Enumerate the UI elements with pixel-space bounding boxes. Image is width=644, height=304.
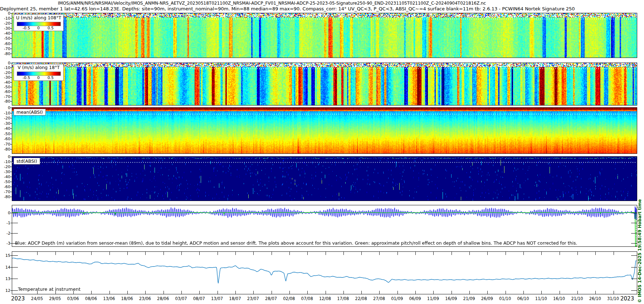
y-tick-mark (10, 187, 12, 187)
y-tick-mark (10, 28, 12, 29)
x-tick-label: 31/10 (607, 296, 619, 301)
panel-mean-absi: mean(ABSI) (12, 107, 637, 154)
x-tick-label: 17/08 (337, 296, 349, 301)
y-tick-mark (10, 63, 12, 63)
depth-tick-label: -40 (0, 174, 10, 179)
x-tick-label: 23/07 (247, 296, 259, 301)
y-tick-mark-inner (631, 255, 637, 256)
y-tick-mark (10, 167, 12, 167)
depth-tick-label: -70 (0, 142, 10, 146)
y-tick-mark (10, 92, 12, 92)
depth-tick-label: 0 (0, 155, 10, 159)
x-tick-label: 24/05 (31, 296, 43, 301)
x-tick-label: 18/07 (229, 296, 241, 301)
panel-u-velocity: U (m/s) along 108°T -0.5 0 0.5 (12, 13, 637, 58)
imos-copyright-stamp: © IMOS 14-Dec-2025 19:58:49 Hobart time (637, 162, 642, 303)
depth-tick-label: -30 (0, 26, 10, 31)
v-legend-title: V (m/s) along 18°T (14, 65, 63, 70)
depth-tick-label: -30 (0, 75, 10, 80)
colorbar-tick-label: -0.5 (23, 26, 30, 30)
x-tick-label: 16/10 (553, 296, 565, 301)
y-tick-mark-inner (631, 279, 637, 279)
y-tick-mark (10, 233, 12, 234)
depth-tick-label: -80 (0, 147, 10, 152)
x-tick-label: 22/08 (355, 296, 367, 301)
y-tick-mark (10, 123, 12, 124)
depth-variation-tick-label: -1 (0, 221, 10, 225)
temperature-tick-label: 13 (0, 276, 10, 281)
depth-variation-tick-label: -3 (0, 241, 10, 245)
x-tick-label: 29/05 (49, 296, 61, 301)
depth-tick-label: -40 (0, 80, 10, 84)
y-tick-mark-inner (631, 290, 637, 291)
colorbar-tick-label: 0 (37, 26, 40, 30)
x-tick-label: 07/08 (301, 296, 313, 301)
y-tick-mark (10, 33, 12, 34)
mean-absi-heatmap (12, 108, 637, 153)
x-tick-label: 11/10 (535, 296, 547, 301)
temperature-label: Temperature at instrument (18, 286, 80, 292)
x-tick-label: 08/07 (193, 296, 205, 301)
x-tick-label: 08/06 (85, 296, 97, 301)
y-tick-mark (10, 172, 12, 172)
y-tick-mark (10, 113, 12, 113)
figure-title-line1: IMOS/ANMN/NRS/NRSMAI/Velocity/IMOS_ANMN-… (0, 1, 544, 6)
x-tick-label: 27/08 (373, 296, 385, 301)
year-label-left: 2023 (11, 295, 25, 302)
x-tick-label: 11/09 (427, 296, 439, 301)
x-tick-label: 01/09 (391, 296, 403, 301)
depth-variation-tick-label: 0 (0, 210, 10, 215)
depth-tick-label: -50 (0, 85, 10, 89)
y-tick-mark (10, 290, 12, 291)
y-tick-mark (10, 38, 12, 39)
y-tick-mark-inner (631, 233, 637, 234)
depth-tick-label: -10 (0, 111, 10, 115)
mean-absi-label: mean(ABSI) (14, 109, 46, 116)
y-tick-mark (10, 118, 12, 118)
depth-tick-label: -50 (0, 36, 10, 41)
v-velocity-heatmap (12, 63, 637, 105)
x-tick-label: 21/10 (571, 296, 583, 301)
u-colorbar-legend: U (m/s) along 108°T -0.5 0 0.5 (14, 14, 64, 31)
std-absi-heatmap (12, 157, 637, 201)
y-tick-mark (10, 82, 12, 83)
x-tick-label: 06/10 (517, 296, 529, 301)
depth-tick-label: -60 (0, 89, 10, 94)
u-legend-title: U (m/s) along 108°T (14, 15, 63, 20)
y-tick-mark (10, 73, 12, 73)
x-tick-label: 02/08 (283, 296, 295, 301)
y-tick-mark (10, 134, 12, 134)
panel-temperature: Temperature at instrument (12, 251, 637, 294)
y-tick-mark (10, 267, 12, 268)
y-tick-mark-inner (12, 279, 18, 279)
depth-tick-label: -60 (0, 184, 10, 189)
std-absi-label: std(ABSI) (14, 158, 40, 165)
y-tick-mark-inner (12, 223, 18, 223)
colorbar-tick-label: -0.5 (23, 75, 30, 80)
depth-tick-label: -80 (0, 99, 10, 104)
y-tick-mark (10, 255, 12, 256)
temperature-tick-label: 14 (0, 265, 10, 269)
y-tick-mark-inner (12, 267, 18, 268)
y-tick-mark-inner (12, 255, 18, 256)
depth-tick-label: -40 (0, 31, 10, 36)
y-tick-mark (10, 77, 12, 78)
y-tick-mark (10, 177, 12, 177)
x-tick-label: 13/07 (211, 296, 223, 301)
y-tick-mark-inner (631, 267, 637, 268)
y-tick-mark (10, 128, 12, 129)
x-tick-label: 26/10 (589, 296, 601, 301)
y-tick-mark (10, 49, 12, 49)
depth-tick-label: -20 (0, 70, 10, 75)
x-tick-label: 21/09 (463, 296, 475, 301)
temperature-tick-label: 15 (0, 253, 10, 258)
depth-tick-label: 0 (0, 106, 10, 110)
depth-tick-label: -10 (0, 16, 10, 21)
x-tick-label: 28/06 (157, 296, 169, 301)
y-tick-mark (10, 192, 12, 192)
y-tick-mark (10, 23, 12, 24)
y-tick-mark (10, 144, 12, 144)
depth-tick-label: -70 (0, 46, 10, 51)
panel-depth-variation: Blue: ADCP Depth (m) variation from sens… (12, 205, 637, 247)
depth-tick-label: -50 (0, 179, 10, 184)
